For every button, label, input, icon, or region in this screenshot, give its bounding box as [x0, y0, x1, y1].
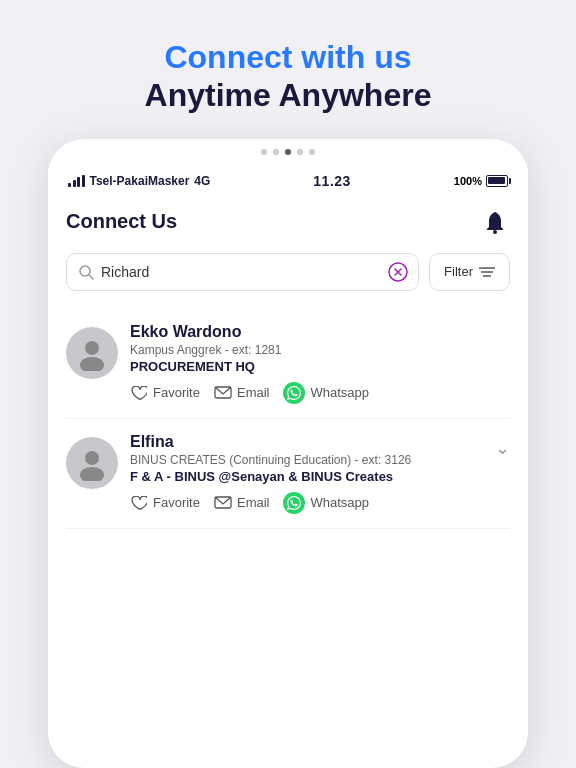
contact-location-ekko: Kampus Anggrek - ext: 1281 — [130, 343, 510, 357]
search-value: Richard — [101, 264, 382, 280]
whatsapp-button-elfina[interactable]: Whatsapp — [283, 492, 369, 514]
contact-info-elfina: Elfina BINUS CREATES (Continuing Educati… — [130, 433, 483, 514]
phone-frame: Tsel-PakaiMasker 4G 11.23 100% Connect U… — [48, 139, 528, 768]
contact-dept-ekko: PROCUREMENT HQ — [130, 359, 510, 374]
avatar-elfina — [66, 437, 118, 489]
email-icon-elfina — [214, 494, 232, 512]
app-header: Connect Us — [66, 207, 510, 237]
whatsapp-label-elfina: Whatsapp — [310, 495, 369, 510]
app-title: Connect Us — [66, 210, 177, 233]
contact-name-elfina: Elfina — [130, 433, 483, 451]
chevron-down-icon-elfina: ⌄ — [495, 437, 510, 459]
contact-card-elfina: Elfina BINUS CREATES (Continuing Educati… — [66, 419, 510, 529]
avatar-ekko — [66, 327, 118, 379]
contact-card-ekko: Ekko Wardono Kampus Anggrek - ext: 1281 … — [66, 309, 510, 419]
search-icon — [77, 263, 95, 281]
favorite-label-ekko: Favorite — [153, 385, 200, 400]
contact-dept-elfina: F & A - BINUS @Senayan & BINUS Creates — [130, 469, 483, 484]
svg-point-10 — [80, 357, 104, 371]
status-right: 100% — [454, 175, 508, 187]
header-title-anywhere: Anytime Anywhere — [145, 76, 432, 114]
status-left: Tsel-PakaiMasker 4G — [68, 174, 210, 188]
contact-actions-elfina: Favorite Email — [130, 492, 483, 514]
clear-search-button[interactable] — [388, 262, 408, 282]
search-box[interactable]: Richard — [66, 253, 419, 291]
whatsapp-button-ekko[interactable]: Whatsapp — [283, 382, 369, 404]
contact-location-elfina: BINUS CREATES (Continuing Education) - e… — [130, 453, 483, 467]
contact-actions-ekko: Favorite Email — [130, 382, 510, 404]
dot-2 — [273, 149, 279, 155]
card-right-elfina[interactable]: ⌄ — [495, 433, 510, 459]
favorite-label-elfina: Favorite — [153, 495, 200, 510]
svg-point-0 — [493, 230, 497, 234]
signal-icon — [68, 175, 85, 187]
svg-line-2 — [89, 275, 93, 279]
dot-1 — [261, 149, 267, 155]
carrier-label: Tsel-PakaiMasker — [90, 174, 190, 188]
battery-fill — [488, 177, 505, 184]
email-icon — [214, 384, 232, 402]
email-label-elfina: Email — [237, 495, 270, 510]
search-filter-row: Richard Filter — [66, 253, 510, 291]
app-content: Connect Us Richard — [48, 195, 528, 768]
dot-5 — [309, 149, 315, 155]
filter-button[interactable]: Filter — [429, 253, 510, 291]
email-button-ekko[interactable]: Email — [214, 384, 270, 402]
favorite-button-ekko[interactable]: Favorite — [130, 384, 200, 402]
svg-point-13 — [80, 467, 104, 481]
whatsapp-label-ekko: Whatsapp — [310, 385, 369, 400]
status-time: 11.23 — [313, 173, 351, 189]
dot-3 — [285, 149, 291, 155]
contact-name-ekko: Ekko Wardono — [130, 323, 510, 341]
whatsapp-icon-ekko — [283, 382, 305, 404]
email-button-elfina[interactable]: Email — [214, 494, 270, 512]
network-label: 4G — [194, 174, 210, 188]
pagination-dots — [48, 139, 528, 163]
battery-percent: 100% — [454, 175, 482, 187]
bell-icon[interactable] — [480, 207, 510, 237]
email-label-ekko: Email — [237, 385, 270, 400]
favorite-button-elfina[interactable]: Favorite — [130, 494, 200, 512]
dot-4 — [297, 149, 303, 155]
heart-icon — [130, 384, 148, 402]
header-title-connect: Connect with us — [145, 38, 432, 76]
status-bar: Tsel-PakaiMasker 4G 11.23 100% — [48, 163, 528, 195]
contact-info-ekko: Ekko Wardono Kampus Anggrek - ext: 1281 … — [130, 323, 510, 404]
filter-label: Filter — [444, 264, 473, 279]
whatsapp-icon-elfina — [283, 492, 305, 514]
svg-point-9 — [85, 341, 99, 355]
svg-point-12 — [85, 451, 99, 465]
header-section: Connect with us Anytime Anywhere — [125, 0, 452, 139]
heart-icon-elfina — [130, 494, 148, 512]
battery-icon — [486, 175, 508, 187]
